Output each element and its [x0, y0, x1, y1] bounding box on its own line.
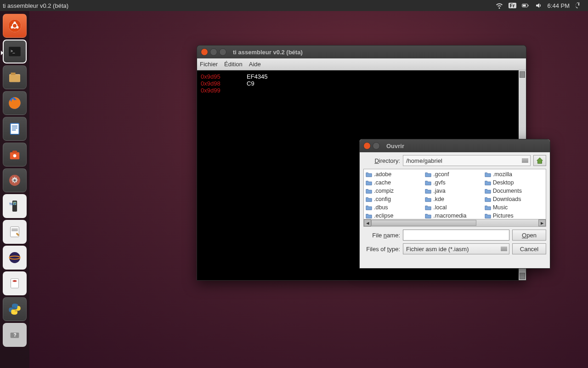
svg-point-31: [9, 252, 20, 263]
chevron-down-icon: [501, 247, 507, 251]
app-title: ti assembleur v0.2 (béta): [233, 49, 303, 56]
code-line: 0x9d98C9: [201, 80, 522, 87]
folder-item[interactable]: .gconf: [425, 170, 484, 178]
svg-rect-29: [11, 229, 18, 230]
svg-rect-19: [12, 130, 16, 131]
menubar: Fichier Édition Aide: [197, 58, 526, 70]
directory-value: /home/gabriel: [406, 157, 442, 164]
active-window-title: ti assembleur v0.2 (béta): [3, 2, 68, 9]
app-titlebar[interactable]: ti assembleur v0.2 (béta): [197, 46, 526, 58]
folder-item[interactable]: .macromedia: [425, 212, 484, 219]
top-panel: ti assembleur v0.2 (béta) Fr 6:44 PM: [0, 0, 588, 11]
folder-item[interactable]: .dbus: [366, 203, 425, 212]
svg-rect-12: [9, 75, 20, 82]
horizontal-scrollbar[interactable]: ◂ ▸: [364, 219, 546, 226]
launcher-evince[interactable]: [3, 271, 27, 295]
launcher-settings[interactable]: [3, 168, 27, 192]
svg-rect-33: [11, 279, 19, 288]
folder-item[interactable]: Music: [485, 203, 544, 212]
volume-icon[interactable]: [535, 2, 542, 9]
svg-text:>_: >_: [11, 49, 15, 53]
minimize-icon[interactable]: [210, 48, 217, 56]
dialog-titlebar[interactable]: Ouvrir: [360, 139, 550, 152]
chevron-down-icon: [522, 158, 528, 163]
menu-file[interactable]: Fichier: [200, 61, 218, 68]
keyboard-layout-indicator[interactable]: Fr: [509, 3, 516, 8]
folder-item[interactable]: .local: [425, 203, 484, 212]
scroll-left-icon[interactable]: ◂: [364, 219, 371, 226]
svg-rect-18: [12, 127, 17, 128]
folder-item[interactable]: .compiz: [366, 187, 425, 195]
power-icon[interactable]: [575, 2, 582, 9]
code-line: 0x9d99: [201, 87, 522, 94]
filename-label: File name:: [363, 232, 400, 239]
svg-point-22: [13, 154, 17, 157]
launcher-eclipse[interactable]: [3, 246, 27, 270]
svg-point-24: [13, 179, 16, 181]
svg-rect-30: [11, 230, 18, 231]
folder-item[interactable]: .adobe: [366, 170, 425, 178]
close-icon[interactable]: [201, 48, 208, 56]
folder-item[interactable]: .cache: [366, 178, 425, 187]
battery-icon[interactable]: [522, 2, 529, 9]
menu-edit[interactable]: Édition: [224, 61, 243, 68]
minimize-icon[interactable]: [373, 142, 380, 150]
file-list: .adobe.cache.compiz.config.dbus.eclipse.…: [363, 169, 546, 227]
launcher-tilp[interactable]: TiLP: [3, 194, 27, 218]
filename-input[interactable]: [403, 230, 509, 241]
svg-rect-17: [12, 126, 17, 126]
home-button[interactable]: [533, 155, 546, 166]
svg-rect-13: [11, 73, 16, 75]
wifi-icon[interactable]: [496, 2, 503, 9]
filetype-value: Fichier asm ide (*.iasm): [406, 246, 469, 253]
svg-rect-2: [523, 5, 526, 6]
scroll-right-icon[interactable]: ▸: [538, 219, 546, 226]
launcher: >_ TiLP ?: [0, 11, 29, 368]
folder-item[interactable]: .gvfs: [425, 178, 484, 187]
folder-item[interactable]: .config: [366, 195, 425, 203]
folder-item[interactable]: Documents: [485, 187, 544, 195]
filetype-dropdown[interactable]: Fichier asm ide (*.iasm): [403, 243, 509, 254]
code-line: 0x9d95EF4345: [201, 73, 522, 80]
folder-item[interactable]: Downloads: [485, 195, 544, 203]
folder-item[interactable]: .java: [425, 187, 484, 195]
cancel-button[interactable]: Cancel: [512, 243, 546, 254]
launcher-terminal[interactable]: >_: [3, 40, 27, 63]
svg-rect-21: [12, 151, 17, 153]
svg-text:?: ?: [13, 333, 16, 338]
dialog-title: Ouvrir: [386, 143, 404, 150]
directory-dropdown[interactable]: /home/gabriel: [403, 155, 531, 166]
directory-label: Directory:: [363, 157, 400, 164]
folder-item[interactable]: Pictures: [485, 212, 544, 219]
clock[interactable]: 6:44 PM: [548, 2, 570, 9]
file-open-dialog: Ouvrir Directory: /home/gabriel .adobe.c…: [359, 139, 550, 269]
launcher-dash[interactable]: [3, 14, 27, 38]
close-icon[interactable]: [363, 142, 371, 150]
menu-help[interactable]: Aide: [249, 61, 261, 68]
svg-rect-1: [528, 5, 528, 6]
folder-item[interactable]: .kde: [425, 195, 484, 203]
maximize-icon[interactable]: [219, 48, 226, 56]
launcher-python[interactable]: [3, 297, 27, 321]
launcher-files[interactable]: [3, 65, 27, 89]
launcher-software[interactable]: [3, 143, 27, 167]
filetype-label: Files of type:: [363, 246, 400, 253]
folder-item[interactable]: Desktop: [485, 178, 544, 187]
svg-rect-15: [11, 123, 19, 134]
svg-point-4: [8, 19, 21, 32]
svg-text:TiLP: TiLP: [9, 202, 16, 206]
launcher-writer[interactable]: [3, 117, 27, 141]
launcher-gedit[interactable]: [3, 220, 27, 244]
open-button[interactable]: Open: [512, 230, 546, 241]
folder-item[interactable]: .mozilla: [485, 170, 544, 178]
launcher-unknown[interactable]: ?: [3, 323, 27, 347]
folder-item[interactable]: .eclipse: [366, 212, 425, 219]
launcher-firefox[interactable]: [3, 91, 27, 115]
